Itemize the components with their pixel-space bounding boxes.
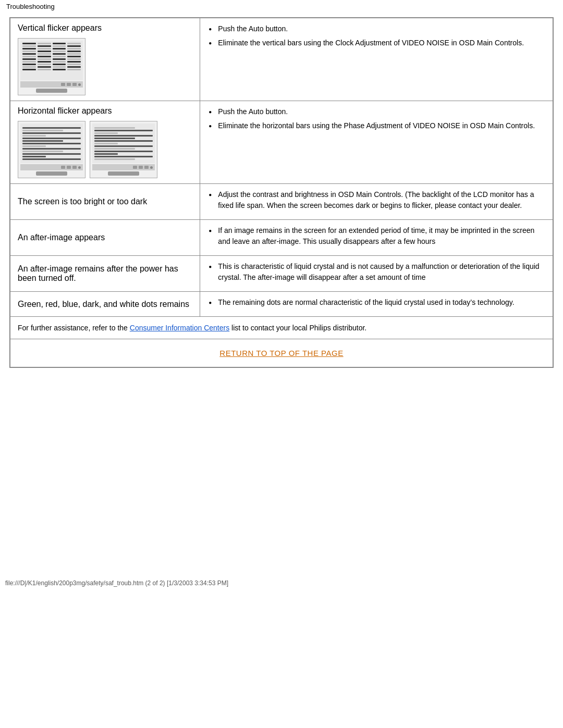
- table-row: An after-image remains after the power h…: [10, 256, 553, 292]
- monitor-button: [144, 166, 149, 169]
- problem-cell-afterimage-power: An after-image remains after the power h…: [10, 256, 200, 292]
- monitor-indicator: [78, 166, 81, 169]
- monitor-button: [67, 83, 71, 86]
- monitor-image: [18, 38, 85, 95]
- hline: [94, 151, 153, 152]
- monitor-images: [18, 121, 192, 178]
- solution-cell-dots: The remaining dots are normal characteri…: [200, 292, 553, 317]
- solution-cell-afterimage-power: This is characteristic of liquid crystal…: [200, 256, 553, 292]
- hline: [94, 156, 153, 157]
- monitor-base: [36, 171, 67, 176]
- solution-cell-brightness: Adjust the contrast and brightness in OS…: [200, 184, 553, 220]
- monitor-screen: [20, 124, 83, 163]
- solution-list: This is characteristic of liquid crystal…: [207, 261, 545, 283]
- solution-cell-afterimage: If an image remains in the screen for an…: [200, 220, 553, 256]
- problem-cell-horizontal: Horizontal flicker appears: [10, 101, 200, 184]
- monitor-image: [18, 121, 85, 178]
- main-container: Vertical flicker appears: [9, 17, 554, 368]
- monitor-screen: [92, 124, 155, 163]
- monitor-controls: [20, 81, 83, 88]
- monitor-image: [90, 121, 157, 178]
- further-text-after: list to contact your local Philips distr…: [229, 324, 366, 332]
- monitor-button: [72, 83, 77, 86]
- solution-item: The remaining dots are normal characteri…: [207, 297, 545, 308]
- troubleshoot-table: Vertical flicker appears: [10, 18, 553, 367]
- monitor-button: [67, 166, 71, 169]
- problem-title: Horizontal flicker appears: [18, 106, 192, 116]
- monitor-screen: [20, 41, 83, 80]
- further-assistance-cell: For further assistance, refer to the Con…: [10, 317, 553, 339]
- solution-item: If an image remains in the screen for an…: [207, 225, 545, 247]
- monitor-indicator: [150, 166, 153, 169]
- solution-list: If an image remains in the screen for an…: [207, 225, 545, 247]
- hline: [22, 140, 63, 142]
- further-assistance-row: For further assistance, refer to the Con…: [10, 317, 553, 339]
- hline: [22, 145, 46, 147]
- monitor-images: [18, 38, 192, 95]
- monitor-button: [72, 166, 77, 169]
- hline: [22, 148, 81, 150]
- solution-list: Push the Auto button. Eliminate the vert…: [207, 23, 545, 48]
- problem-cell-brightness: The screen is too bright or too dark: [10, 184, 200, 220]
- hline: [22, 153, 81, 155]
- table-row: The screen is too bright or too dark Adj…: [10, 184, 553, 220]
- problem-cell-vertical: Vertical flicker appears: [10, 18, 200, 101]
- table-row: Green, red, blue, dark, and white dots r…: [10, 292, 553, 317]
- monitor-button: [133, 166, 137, 169]
- table-row: An after-image appears If an image remai…: [10, 220, 553, 256]
- solution-item: Eliminate the horizontal bars using the …: [207, 120, 545, 131]
- hline: [22, 143, 81, 144]
- hline: [22, 132, 81, 134]
- hline: [94, 145, 153, 147]
- hline: [94, 143, 118, 144]
- monitor-button: [61, 166, 65, 169]
- monitor-base: [108, 171, 139, 176]
- hline: [94, 148, 135, 150]
- monitor-base: [36, 89, 67, 93]
- hline: [22, 135, 46, 137]
- problem-title: Vertical flicker appears: [18, 23, 192, 33]
- solution-cell-horizontal: Push the Auto button. Eliminate the hori…: [200, 101, 553, 184]
- table-row: Horizontal flicker appears: [10, 101, 553, 184]
- solution-list: Adjust the contrast and brightness in OS…: [207, 189, 545, 211]
- page-header: Troubleshooting: [0, 0, 563, 13]
- footer-text: file:///D|/K1/english/200p3mg/safety/saf…: [5, 579, 228, 587]
- hline: [22, 158, 81, 160]
- monitor-button: [139, 166, 143, 169]
- problem-cell-dots: Green, red, blue, dark, and white dots r…: [10, 292, 200, 317]
- problem-title: An after-image appears: [18, 233, 192, 242]
- hline: [22, 138, 81, 139]
- monitor-button: [61, 83, 65, 86]
- consumer-info-link[interactable]: Consumer Information Centers: [130, 324, 229, 332]
- problem-title: An after-image remains after the power h…: [18, 264, 192, 283]
- return-to-top-row: RETURN TO TOP OF THE PAGE: [10, 339, 553, 367]
- hline: [94, 140, 153, 142]
- hline: [94, 127, 135, 129]
- solution-item: Push the Auto button.: [207, 106, 545, 117]
- solution-item: Adjust the contrast and brightness in OS…: [207, 189, 545, 211]
- monitor-controls: [20, 164, 83, 170]
- solution-list: The remaining dots are normal characteri…: [207, 297, 545, 308]
- hline: [22, 156, 46, 157]
- hline: [94, 135, 153, 137]
- page-footer: file:///D|/K1/english/200p3mg/safety/saf…: [0, 576, 563, 590]
- return-to-top-cell: RETURN TO TOP OF THE PAGE: [10, 339, 553, 367]
- breadcrumb: Troubleshooting: [0, 0, 563, 13]
- solution-item: Eliminate the vertical bars using the Cl…: [207, 38, 545, 48]
- problem-title: Green, red, blue, dark, and white dots r…: [18, 300, 192, 309]
- hline: [22, 151, 63, 152]
- hline: [22, 130, 63, 131]
- monitor-controls: [92, 164, 155, 170]
- table-row: Vertical flicker appears: [10, 18, 553, 101]
- monitor-indicator: [78, 83, 81, 86]
- solution-list: Push the Auto button. Eliminate the hori…: [207, 106, 545, 131]
- hline: [94, 138, 135, 139]
- solution-cell-vertical: Push the Auto button. Eliminate the vert…: [200, 18, 553, 101]
- problem-title: The screen is too bright or too dark: [18, 197, 192, 206]
- return-to-top-link[interactable]: RETURN TO TOP OF THE PAGE: [219, 349, 343, 357]
- hline: [94, 132, 118, 134]
- hline: [22, 127, 81, 129]
- solution-item: This is characteristic of liquid crystal…: [207, 261, 545, 283]
- solution-item: Push the Auto button.: [207, 23, 545, 34]
- further-text-before: For further assistance, refer to the: [18, 324, 130, 332]
